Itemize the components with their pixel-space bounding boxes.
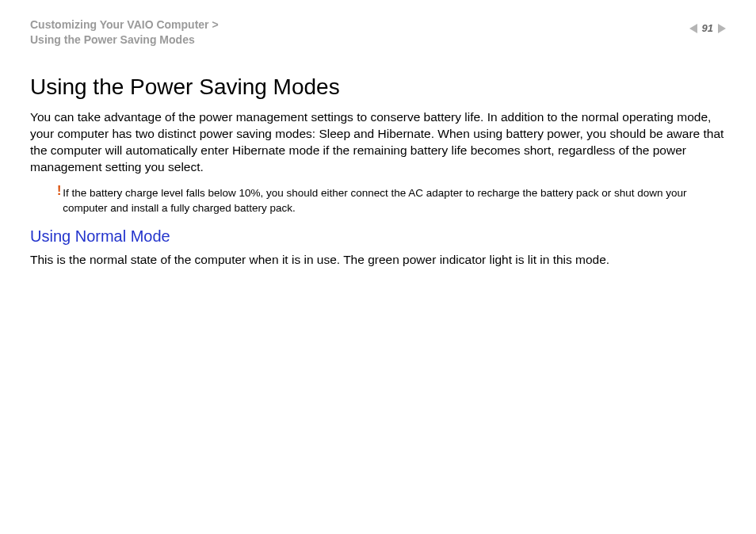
section-subheading: Using Normal Mode xyxy=(30,227,726,246)
normal-mode-paragraph: This is the normal state of the computer… xyxy=(30,252,726,269)
pager: 91 xyxy=(689,22,726,34)
page-title: Using the Power Saving Modes xyxy=(30,74,726,100)
next-page-icon[interactable] xyxy=(718,24,726,33)
breadcrumb-line-2: Using the Power Saving Modes xyxy=(30,32,219,48)
warning-text: If the battery charge level falls below … xyxy=(63,186,726,216)
breadcrumb: Customizing Your VAIO Computer > Using t… xyxy=(30,17,219,48)
warning-block: ! If the battery charge level falls belo… xyxy=(30,186,726,216)
intro-paragraph: You can take advantage of the power mana… xyxy=(30,109,726,176)
prev-page-icon[interactable] xyxy=(689,24,697,33)
page-header: Customizing Your VAIO Computer > Using t… xyxy=(0,0,756,48)
breadcrumb-line-1: Customizing Your VAIO Computer > xyxy=(30,17,219,32)
page-number: 91 xyxy=(702,22,713,34)
page-content: Using the Power Saving Modes You can tak… xyxy=(0,48,756,269)
warning-icon: ! xyxy=(57,185,61,197)
